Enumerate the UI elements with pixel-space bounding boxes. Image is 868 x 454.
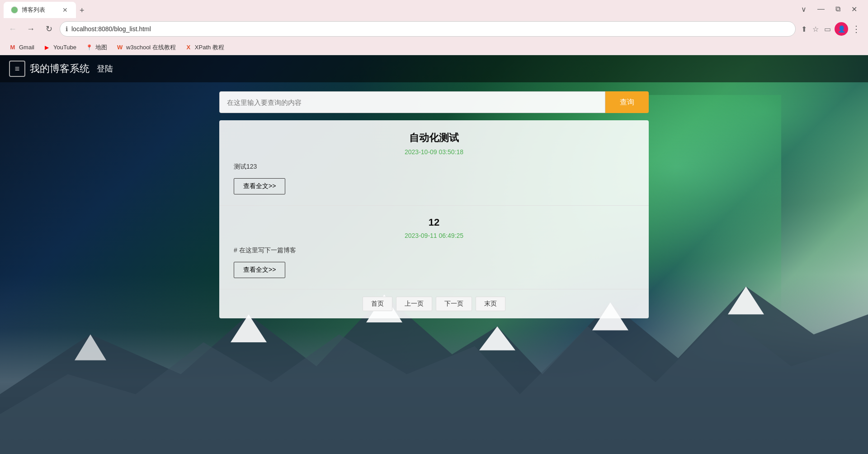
blog-post-2: 12 2023-09-11 06:49:25 # 在这里写下一篇博客 查看全文>… — [219, 206, 649, 289]
post-1-title: 自动化测试 — [234, 131, 634, 145]
tab-close-button[interactable]: ✕ — [61, 5, 69, 14]
post-1-date: 2023-10-09 03:50:18 — [234, 148, 634, 156]
maps-icon: 📍 — [85, 44, 93, 51]
minimize-window-button[interactable]: — — [814, 3, 828, 15]
post-2-date: 2023-09-11 06:49:25 — [234, 232, 634, 239]
blog-post-1: 自动化测试 2023-10-09 03:50:18 测试123 查看全文>> — [219, 120, 649, 206]
close-window-button[interactable]: ✕ — [848, 3, 861, 15]
blog-container: 查询 自动化测试 2023-10-09 03:50:18 测试123 查看全文>… — [0, 82, 868, 454]
restore-button[interactable]: ⧉ — [832, 3, 844, 15]
last-page-button[interactable]: 末页 — [476, 297, 505, 311]
bookmarks-bar: M Gmail ▶ YouTube 📍 地图 W w3school 在线教程 X… — [0, 40, 868, 55]
forward-button[interactable]: → — [24, 22, 38, 36]
tab-favicon — [11, 6, 18, 14]
logo-icon: ≡ — [9, 61, 25, 77]
post-2-read-more[interactable]: 查看全文>> — [234, 262, 285, 278]
bookmark-gmail[interactable]: M Gmail — [5, 42, 38, 53]
w3school-icon: W — [116, 44, 123, 51]
bookmark-maps[interactable]: 📍 地图 — [82, 42, 111, 53]
post-1-read-more[interactable]: 查看全文>> — [234, 178, 285, 194]
bookmark-xpath[interactable]: X XPath 教程 — [181, 42, 228, 53]
bookmark-youtube[interactable]: ▶ YouTube — [40, 42, 80, 53]
app-title: 我的博客系统 — [30, 62, 90, 76]
blog-panel: 自动化测试 2023-10-09 03:50:18 测试123 查看全文>> 1… — [219, 120, 649, 318]
first-page-button[interactable]: 首页 — [363, 297, 392, 311]
search-button[interactable]: 查询 — [605, 91, 649, 113]
browser-tab[interactable]: 博客列表 ✕ — [4, 2, 76, 18]
app-logo: ≡ 我的博客系统 — [9, 61, 90, 77]
minimize-button[interactable]: ∨ — [797, 3, 810, 15]
bookmark-button[interactable]: ☆ — [811, 23, 821, 35]
svg-point-0 — [11, 7, 18, 13]
profile-button[interactable]: 👤 — [835, 22, 848, 36]
login-link[interactable]: 登陆 — [97, 63, 113, 74]
back-button[interactable]: ← — [5, 22, 20, 36]
post-1-content: 测试123 — [234, 163, 634, 171]
prev-page-button[interactable]: 上一页 — [396, 297, 432, 311]
youtube-icon: ▶ — [43, 44, 51, 51]
address-bar[interactable]: ℹ — [60, 21, 796, 37]
new-tab-button[interactable]: + — [76, 4, 88, 17]
page-content: ≡ 我的博客系统 登陆 查询 自动化测试 2023-10-09 03:50:18… — [0, 55, 868, 454]
lock-icon: ℹ — [66, 25, 68, 33]
post-2-content: # 在这里写下一篇博客 — [234, 246, 634, 255]
xpath-icon: X — [185, 44, 192, 51]
search-bar-wrapper: 查询 — [219, 91, 649, 113]
bookmark-w3school[interactable]: W w3school 在线教程 — [113, 42, 179, 53]
gmail-icon: M — [9, 44, 16, 51]
pagination: 首页 上一页 下一页 末页 — [219, 289, 649, 318]
app-navigation: ≡ 我的博客系统 登陆 — [0, 55, 868, 82]
search-input[interactable] — [219, 91, 605, 113]
refresh-button[interactable]: ↻ — [42, 22, 56, 36]
post-2-title: 12 — [234, 217, 634, 228]
browser-menu-button[interactable]: ⋮ — [850, 22, 863, 36]
sidebar-toggle-button[interactable]: ▭ — [822, 23, 833, 35]
tab-title: 博客列表 — [22, 6, 58, 14]
url-input[interactable] — [71, 25, 790, 33]
next-page-button[interactable]: 下一页 — [436, 297, 472, 311]
share-button[interactable]: ⬆ — [799, 23, 809, 35]
